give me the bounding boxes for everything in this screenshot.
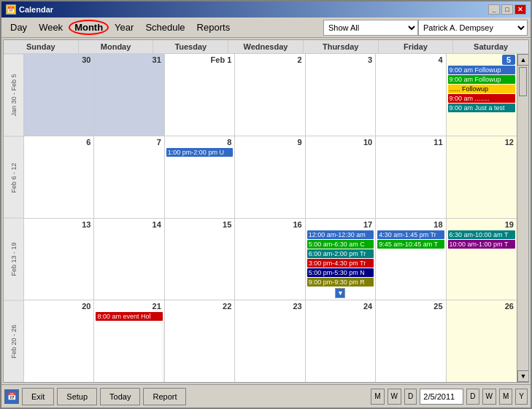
event[interactable]: 9:00 am ........ — [448, 94, 515, 103]
menu-year[interactable]: Year — [109, 20, 139, 35]
nav-y-button[interactable]: Y — [515, 389, 528, 405]
day-number: 10 — [307, 137, 374, 147]
week-label-0: Jan 30 - Feb 5 — [4, 54, 23, 136]
day-number: 19 — [448, 219, 515, 230]
day-feb21[interactable]: 21 8:00 am event Hol Hover the mouse to … — [94, 300, 164, 382]
scroll-track — [517, 66, 528, 370]
more-events-indicator[interactable]: ▼ — [335, 288, 345, 298]
day-feb16[interactable]: 16 — [235, 219, 305, 300]
day-feb15[interactable]: 15 Up to 6 events can be shown. — [165, 219, 235, 300]
day-feb20[interactable]: 20 — [24, 300, 94, 382]
event[interactable]: 9:00 am Followup — [448, 66, 515, 74]
day-feb10[interactable]: 10 — [306, 136, 376, 218]
event[interactable]: 1:00 pm-2:00 pm U — [166, 148, 233, 157]
day-number: 26 — [448, 301, 515, 311]
event[interactable]: 9:00 am Just a test — [448, 104, 515, 112]
day-number: 30 — [26, 55, 92, 65]
event[interactable]: 12:00 am-12:30 am — [307, 230, 374, 239]
day-number: 18 — [377, 219, 444, 230]
report-button[interactable]: Report — [143, 388, 186, 405]
event[interactable]: 3:00 pm-4:30 pm Tr — [307, 259, 374, 268]
week-row-1: 6 7 8 1:00 pm-2:00 pm U 9 — [24, 136, 517, 219]
nav-d2-button[interactable]: D — [466, 389, 479, 405]
day-number: 8 — [166, 137, 233, 147]
day-jan30[interactable]: 30 — [24, 54, 94, 136]
day-feb23[interactable]: 23 — [235, 300, 305, 382]
menu-month[interactable]: Month — [69, 20, 109, 35]
today-button[interactable]: Today — [100, 388, 140, 405]
menu-week[interactable]: Week — [33, 20, 69, 35]
day-number: 24 — [307, 301, 374, 311]
event[interactable]: 5:00 am-6:30 am C — [307, 240, 374, 249]
nav-w2-button[interactable]: W — [482, 389, 496, 405]
header-friday: Friday — [379, 40, 454, 53]
day-number: Feb 1 — [166, 55, 233, 65]
event[interactable]: 9:00 pm-9:30 pm R — [307, 278, 374, 287]
header-tuesday: Tuesday — [153, 40, 228, 53]
nav-m-button[interactable]: M — [371, 389, 384, 405]
day-feb14[interactable]: 14 — [94, 219, 164, 300]
day-number: 16 — [236, 219, 303, 230]
calendar-grid: 30 31 Feb 1 2 3 — [24, 54, 517, 382]
event[interactable]: 6:30 am-10:00 am T — [448, 230, 515, 239]
day-number: 23 — [236, 301, 303, 311]
day-feb25[interactable]: 25 — [376, 300, 446, 382]
day-feb3[interactable]: 3 — [306, 54, 376, 136]
day-number: 14 — [96, 219, 162, 230]
window-title: Calendar — [19, 5, 53, 14]
scroll-thumb[interactable] — [519, 67, 527, 96]
nav-d-button[interactable]: D — [404, 389, 417, 405]
day-number: 12 — [448, 137, 515, 147]
day-feb5[interactable]: 5 9:00 am Followup 9:00 am Followup ....… — [447, 54, 517, 136]
menu-schedule[interactable]: Schedule — [139, 20, 190, 35]
scroll-up-button[interactable]: ▲ — [517, 54, 528, 66]
menu-day[interactable]: Day — [4, 20, 33, 35]
day-feb11[interactable]: 11 — [376, 136, 446, 218]
calendar-icon[interactable]: 📅 — [4, 389, 19, 404]
event[interactable]: ...... Followup — [448, 85, 515, 93]
event[interactable]: 6:00 am-2:00 pm Tr — [307, 249, 374, 258]
day-feb22[interactable]: 22 — [165, 300, 235, 382]
day-feb12[interactable]: 12 — [447, 136, 517, 218]
exit-button[interactable]: Exit — [22, 388, 54, 405]
show-all-dropdown[interactable]: Show All — [323, 20, 418, 36]
close-button[interactable]: ✕ — [514, 4, 526, 15]
day-feb26[interactable]: 26 — [447, 300, 517, 382]
event[interactable]: 4:30 am-1:45 pm Tr — [377, 230, 444, 239]
day-feb2[interactable]: 2 — [235, 54, 305, 136]
event[interactable]: 9:00 am Followup — [448, 75, 515, 84]
title-bar: 📅 Calendar _ □ ✕ — [1, 1, 531, 17]
day-feb17[interactable]: 17 12:00 am-12:30 am 5:00 am-6:30 am C 6… — [306, 219, 376, 300]
day-number: 5 — [502, 55, 515, 65]
scroll-down-button[interactable]: ▼ — [517, 370, 528, 382]
event[interactable]: 10:00 am-1:00 pm T — [448, 240, 515, 249]
day-feb13[interactable]: 13 — [24, 219, 94, 300]
menu-reports[interactable]: Reports — [191, 20, 236, 35]
day-feb4[interactable]: 4 — [376, 54, 446, 136]
day-number: 25 — [377, 301, 444, 311]
day-feb19[interactable]: 19 6:30 am-10:00 am T 10:00 am-1:00 pm T… — [447, 219, 517, 300]
setup-button[interactable]: Setup — [57, 388, 97, 405]
day-feb8[interactable]: 8 1:00 pm-2:00 pm U — [165, 136, 235, 218]
day-feb9[interactable]: 9 — [235, 136, 305, 218]
day-jan31[interactable]: 31 — [94, 54, 164, 136]
maximize-button[interactable]: □ — [501, 4, 513, 15]
week-label-3: Feb 20 - 26 — [4, 300, 23, 383]
minimize-button[interactable]: _ — [488, 4, 500, 15]
nav-w-button[interactable]: W — [388, 389, 401, 405]
day-headers: Sunday Monday Tuesday Wednesday Thursday… — [4, 40, 528, 54]
user-dropdown[interactable]: Patrick A. Dempsey — [418, 20, 528, 36]
event-holiday[interactable]: 8:00 am event Hol — [96, 312, 162, 321]
window-controls: _ □ ✕ — [488, 4, 526, 15]
day-feb24[interactable]: 24 — [306, 300, 376, 382]
day-feb18[interactable]: 18 4:30 am-1:45 pm Tr 9:45 am-10:45 am T — [376, 219, 446, 300]
day-number: 13 — [26, 219, 92, 230]
app-icon: 📅 — [6, 4, 16, 15]
vertical-scrollbar[interactable]: ▲ ▼ — [517, 54, 528, 382]
event[interactable]: 5:00 pm-5:30 pm N — [307, 268, 374, 277]
nav-m2-button[interactable]: M — [499, 389, 512, 405]
event[interactable]: 9:45 am-10:45 am T — [377, 240, 444, 249]
day-feb6[interactable]: 6 — [24, 136, 94, 218]
day-feb1[interactable]: Feb 1 — [165, 54, 235, 136]
day-feb7[interactable]: 7 — [94, 136, 164, 218]
